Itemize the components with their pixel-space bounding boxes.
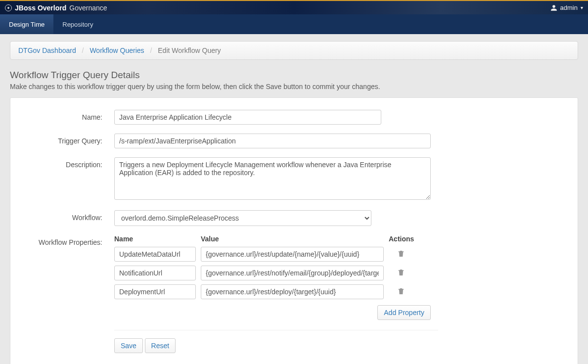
page-title: Workflow Trigger Query Details xyxy=(10,70,578,81)
workflow-label: Workflow: xyxy=(25,210,114,226)
trash-icon xyxy=(397,269,405,276)
property-name-input[interactable] xyxy=(114,247,196,262)
description-textarea[interactable] xyxy=(114,157,431,200)
user-icon xyxy=(550,4,557,11)
property-name-input[interactable] xyxy=(114,266,196,280)
trash-icon xyxy=(397,287,405,295)
prop-header-actions: Actions xyxy=(389,235,431,243)
breadcrumb-current: Edit Workflow Query xyxy=(158,46,221,54)
prop-header-value: Value xyxy=(201,235,389,243)
trigger-query-label: Trigger Query: xyxy=(25,134,114,148)
prop-header-name: Name xyxy=(114,235,201,243)
breadcrumb-dashboard[interactable]: DTGov Dashboard xyxy=(18,46,76,54)
property-value-input[interactable] xyxy=(201,284,384,299)
page-subtitle: Make changes to this workflow trigger qu… xyxy=(10,83,578,91)
property-row xyxy=(114,284,431,299)
nav-tab-repository[interactable]: Repository xyxy=(53,14,102,34)
description-label: Description: xyxy=(25,157,114,201)
brand-subtitle: Governance xyxy=(69,4,107,12)
name-label: Name: xyxy=(25,110,114,125)
nav-bar: Design Time Repository xyxy=(0,14,588,34)
reset-button[interactable]: Reset xyxy=(145,338,176,353)
user-menu[interactable]: admin ▾ xyxy=(550,4,583,11)
breadcrumb-separator: / xyxy=(82,46,84,54)
property-value-input[interactable] xyxy=(201,247,384,262)
trash-icon xyxy=(397,250,405,258)
add-property-button[interactable]: Add Property xyxy=(377,305,431,320)
overlord-logo-icon xyxy=(5,4,12,11)
delete-property-button[interactable] xyxy=(397,287,405,297)
user-name: admin xyxy=(560,4,578,11)
nav-tab-design-time[interactable]: Design Time xyxy=(0,14,53,34)
property-row xyxy=(114,247,431,262)
breadcrumb-workflow-queries[interactable]: Workflow Queries xyxy=(90,46,144,54)
chevron-down-icon: ▾ xyxy=(581,5,583,10)
workflow-select[interactable]: overlord.demo.SimpleReleaseProcess xyxy=(114,210,371,226)
delete-property-button[interactable] xyxy=(397,250,405,259)
property-row xyxy=(114,266,431,280)
property-value-input[interactable] xyxy=(201,266,384,280)
divider xyxy=(114,330,438,330)
trigger-query-input[interactable] xyxy=(114,134,431,148)
property-name-input[interactable] xyxy=(114,284,196,299)
breadcrumb-separator: / xyxy=(150,46,152,54)
form-panel: Name: Trigger Query: Description: Workfl… xyxy=(10,97,578,364)
save-button[interactable]: Save xyxy=(114,338,143,353)
workflow-properties-label: Workflow Properties: xyxy=(25,235,114,353)
delete-property-button[interactable] xyxy=(397,269,405,278)
name-input[interactable] xyxy=(114,110,381,125)
brand-name: JBoss Overlord xyxy=(15,4,66,12)
brand-bar: JBoss Overlord Governance admin ▾ xyxy=(0,0,588,14)
breadcrumb: DTGov Dashboard / Workflow Queries / Edi… xyxy=(10,41,578,60)
